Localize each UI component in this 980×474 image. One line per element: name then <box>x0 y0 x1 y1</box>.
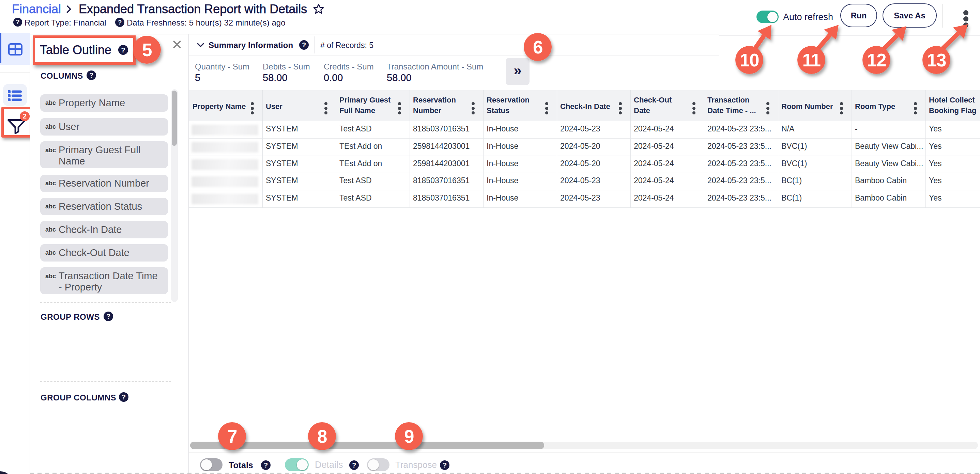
svg-text:9: 9 <box>404 426 414 446</box>
svg-text:7: 7 <box>227 426 237 446</box>
svg-text:12: 12 <box>867 50 886 70</box>
svg-text:10: 10 <box>740 50 759 70</box>
svg-text:11: 11 <box>802 50 820 70</box>
svg-text:13: 13 <box>927 50 946 70</box>
svg-text:5: 5 <box>142 40 152 60</box>
svg-text:8: 8 <box>317 426 327 446</box>
svg-text:6: 6 <box>533 37 542 57</box>
